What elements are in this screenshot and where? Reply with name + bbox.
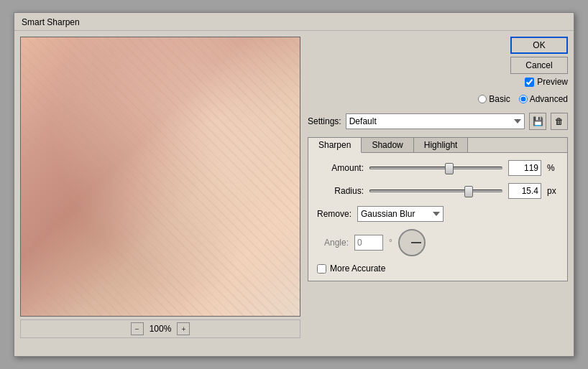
dialog-title: Smart Sharpen: [22, 17, 80, 27]
delete-preset-button[interactable]: 🗑: [551, 113, 568, 130]
amount-row: Amount: 119 %: [317, 160, 559, 176]
basic-radio-label[interactable]: Basic: [478, 94, 510, 104]
tabs-container: Sharpen Shadow Highlight Amount:: [308, 137, 568, 281]
preview-checkbox[interactable]: [525, 78, 534, 87]
preview-toolbar: − 100% +: [20, 319, 300, 338]
tab-shadow[interactable]: Shadow: [362, 138, 413, 152]
angle-label: Angle:: [324, 238, 349, 248]
amount-unit: %: [547, 163, 559, 173]
radius-value: 15.4: [522, 186, 538, 196]
tab-sharpen-label: Sharpen: [318, 140, 351, 150]
more-accurate-row: More Accurate: [317, 263, 559, 274]
basic-label: Basic: [489, 94, 510, 104]
mode-radio-group: Basic Advanced: [478, 94, 568, 104]
more-accurate-label[interactable]: More Accurate: [317, 263, 385, 274]
radius-label: Radius:: [317, 186, 364, 196]
top-buttons: OK Cancel Preview: [308, 37, 568, 87]
amount-label: Amount:: [317, 163, 364, 173]
save-preset-icon: 💾: [533, 116, 543, 126]
basic-radio[interactable]: [478, 95, 487, 103]
preview-checkbox-label[interactable]: Preview: [525, 77, 568, 87]
tabs-header: Sharpen Shadow Highlight: [308, 138, 567, 153]
more-accurate-text: More Accurate: [330, 263, 385, 274]
radius-slider[interactable]: [369, 190, 502, 192]
preview-section: − 100% +: [20, 37, 300, 338]
angle-input[interactable]: 0: [354, 235, 383, 251]
zoom-level: 100%: [150, 324, 172, 334]
zoom-out-icon: −: [135, 325, 139, 333]
tab-content-sharpen: Amount: 119 % Radius:: [308, 153, 567, 281]
amount-value: 119: [524, 163, 538, 173]
save-preset-button[interactable]: 💾: [529, 113, 546, 130]
preview-label: Preview: [537, 77, 568, 87]
preview-canvas: [20, 37, 300, 317]
tab-sharpen[interactable]: Sharpen: [308, 138, 362, 153]
angle-dial[interactable]: [398, 229, 426, 256]
remove-row: Remove: Gaussian Blur Lens Blur Motion B…: [317, 206, 559, 222]
zoom-in-icon: +: [181, 325, 185, 333]
advanced-radio-label[interactable]: Advanced: [519, 94, 568, 104]
amount-slider-thumb[interactable]: [445, 163, 454, 174]
smart-sharpen-dialog: Smart Sharpen − 100% + OK Cancel: [14, 12, 574, 357]
title-bar: Smart Sharpen: [14, 13, 574, 31]
radius-slider-thumb[interactable]: [464, 186, 473, 197]
cancel-button[interactable]: Cancel: [510, 57, 568, 74]
tab-shadow-label: Shadow: [372, 140, 403, 150]
more-accurate-checkbox[interactable]: [317, 264, 326, 274]
zoom-in-button[interactable]: +: [177, 322, 190, 335]
advanced-label: Advanced: [530, 94, 568, 104]
amount-slider-fill: [370, 167, 449, 169]
remove-dropdown[interactable]: Gaussian Blur Lens Blur Motion Blur: [357, 206, 444, 222]
radius-unit: px: [547, 186, 559, 196]
remove-label: Remove:: [317, 209, 352, 219]
settings-label: Settings:: [308, 116, 341, 126]
advanced-radio[interactable]: [519, 95, 528, 103]
radius-slider-fill: [370, 190, 469, 192]
controls-section: OK Cancel Preview Basic Advanced Sett: [308, 37, 568, 338]
radius-value-box[interactable]: 15.4: [508, 183, 541, 199]
settings-row: Settings: Default Custom 💾 🗑: [308, 110, 568, 133]
delete-preset-icon: 🗑: [555, 116, 564, 126]
angle-row: Angle: 0 °: [317, 229, 559, 256]
amount-slider[interactable]: [369, 167, 502, 169]
amount-value-box[interactable]: 119: [508, 160, 541, 176]
settings-dropdown[interactable]: Default Custom: [346, 113, 525, 129]
zoom-out-button[interactable]: −: [131, 322, 144, 335]
tab-highlight[interactable]: Highlight: [414, 138, 469, 152]
radius-row: Radius: 15.4 px: [317, 183, 559, 199]
ok-button[interactable]: OK: [510, 37, 568, 54]
tab-highlight-label: Highlight: [424, 140, 458, 150]
angle-deg: °: [389, 238, 392, 248]
